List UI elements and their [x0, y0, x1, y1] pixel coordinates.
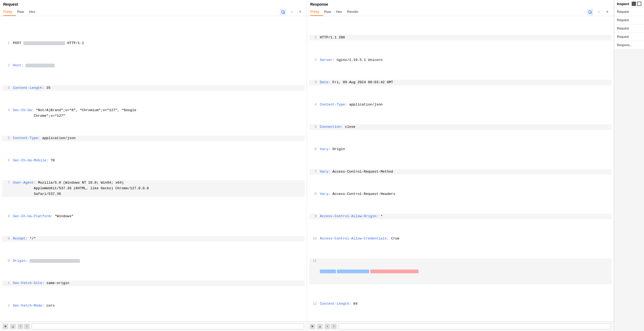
- response-line-3: 3 Date: Fri, 09 Aug 2024 08:03:42 GMT: [309, 80, 612, 85]
- tab-response-render[interactable]: Render: [347, 8, 362, 16]
- response-line-7: 7 Vary: Access-Control-Request-Method: [309, 169, 612, 175]
- tab-request-raw[interactable]: Raw: [17, 8, 28, 16]
- response-line-5: 5 Connection: close: [309, 124, 612, 130]
- response-line-12: 12 Content-Length: 84: [309, 301, 612, 307]
- request-panel-header: Request Pretty Raw Hex ⏎ ≡: [0, 0, 307, 16]
- request-line-6: 6 Sec-Ch-Ua-Mobile: ?0: [2, 158, 305, 163]
- response-line-4: 4 Content-Type: application/json: [309, 102, 612, 108]
- request-line-10: 0 Origin:: [2, 258, 305, 264]
- inspect-icon-2[interactable]: [637, 2, 641, 6]
- request-line-1: 1 POST HTTP/1.1: [2, 41, 305, 46]
- request-menu-icon[interactable]: ≡: [297, 9, 304, 15]
- inspect-header-icons: [632, 2, 641, 6]
- response-panel-title: Response: [310, 2, 610, 6]
- inspect-panel-header: Inspect: [614, 0, 644, 8]
- inspect-icon-1[interactable]: [632, 2, 636, 6]
- response-tab-bar: Pretty Raw Hex Render ⏎ ≡: [310, 8, 610, 16]
- request-nav-prev[interactable]: ‹: [18, 324, 23, 329]
- response-panel: Response Pretty Raw Hex Render ⏎ ≡: [307, 0, 614, 331]
- request-code-block: 1 POST HTTP/1.1 2 Host: 3 Content-Length…: [0, 18, 307, 321]
- request-line-3: 3 Content-Length: 35: [2, 85, 305, 91]
- inspect-item-4[interactable]: Request: [614, 33, 644, 41]
- request-line-2: 2 Host:: [2, 63, 305, 68]
- response-line-8: 8 Vary: Access-Control-Request-Headers: [309, 191, 612, 197]
- response-panel-footer: ⊕ ☁ ‹ ›: [307, 321, 614, 331]
- request-footer-icon2[interactable]: ☁: [10, 324, 16, 329]
- svg-rect-1: [282, 10, 284, 13]
- inspect-item-1[interactable]: Request: [614, 8, 644, 16]
- request-footer-icon1[interactable]: ⊕: [3, 324, 8, 329]
- request-panel-content: 1 POST HTTP/1.1 2 Host: 3 Content-Length…: [0, 16, 307, 321]
- request-newline-icon[interactable]: ⏎: [288, 9, 295, 15]
- response-nav-next[interactable]: ›: [331, 324, 336, 329]
- response-panel-header: Response Pretty Raw Hex Render ⏎ ≡: [307, 0, 614, 16]
- response-line-10: 10 Access-Control-Allow-Credentials: tru…: [309, 236, 612, 242]
- response-nav-prev[interactable]: ‹: [325, 324, 330, 329]
- request-footer-nav: ‹ ›: [18, 324, 29, 329]
- request-panel-title: Request: [3, 2, 304, 6]
- request-line-5: 5 Content-Type: application/json: [2, 136, 305, 141]
- response-copy-icon[interactable]: [587, 9, 593, 15]
- request-tab-actions: ⏎ ≡: [280, 9, 304, 15]
- svg-rect-3: [589, 10, 591, 13]
- response-line-6: 6 Vary: Origin: [309, 147, 612, 152]
- response-tab-actions: ⏎ ≡: [587, 9, 610, 15]
- tab-request-hex[interactable]: Hex: [29, 8, 39, 16]
- inspect-item-3[interactable]: Request: [614, 24, 644, 33]
- tab-request-pretty[interactable]: Pretty: [3, 8, 16, 16]
- response-newline-icon[interactable]: ⏎: [595, 9, 602, 15]
- response-footer-nav: ‹ ›: [325, 324, 336, 329]
- response-footer-icon1[interactable]: ⊕: [310, 324, 315, 329]
- response-line-2: 2 Server: nginx/1.19.5.1 Unicorn: [309, 57, 612, 63]
- request-panel: Request Pretty Raw Hex ⏎ ≡: [0, 0, 307, 331]
- inspect-item-5[interactable]: Respons...: [614, 41, 644, 49]
- response-panel-content: 1 HTTP/1.1 200 2 Server: nginx/1.19.5.1 …: [307, 16, 614, 321]
- tab-response-raw[interactable]: Raw: [324, 8, 335, 16]
- request-line-7: 7 User-Agent: Mozilla/5.0 (Windows NT 10…: [2, 180, 305, 197]
- response-code-block: 1 HTTP/1.1 200 2 Server: nginx/1.19.5.1 …: [307, 18, 614, 321]
- response-menu-icon[interactable]: ≡: [604, 9, 610, 15]
- request-line-4: 4 Sec-Ch-Ua: “Not/A)Brand”;v=“8”, “Chrom…: [2, 108, 305, 119]
- inspect-title: Inspect: [617, 2, 629, 6]
- response-line-11: 11: [309, 258, 612, 284]
- request-panel-footer: ⊕ ☁ ‹ ›: [0, 321, 307, 331]
- request-nav-next[interactable]: ›: [24, 324, 29, 329]
- request-line-11: 1 Sec-Fetch-Site: same-origin: [2, 281, 305, 286]
- request-line-8: 8 Sec-Ch-Ua-Platform: “Windows”: [2, 214, 305, 219]
- request-copy-icon[interactable]: [280, 9, 286, 15]
- tab-response-hex[interactable]: Hex: [336, 8, 346, 16]
- request-line-12: 2 Sec-Fetch-Mode: cors: [2, 303, 305, 309]
- inspect-item-2[interactable]: Request: [614, 16, 644, 24]
- request-footer-input[interactable]: [32, 323, 304, 329]
- response-line-9: 9 Access-Control-Allow-Origin: *: [309, 214, 612, 219]
- request-tab-bar: Pretty Raw Hex ⏎ ≡: [3, 8, 304, 16]
- response-line-1: 1 HTTP/1.1 200: [309, 35, 612, 41]
- response-footer-input[interactable]: [339, 323, 611, 329]
- response-footer-icon2[interactable]: ☁: [317, 324, 323, 329]
- tab-response-pretty[interactable]: Pretty: [310, 8, 323, 16]
- inspect-panel: Inspect Request Request Request Request …: [614, 0, 644, 331]
- request-line-9: 9 Accept: */*: [2, 236, 305, 242]
